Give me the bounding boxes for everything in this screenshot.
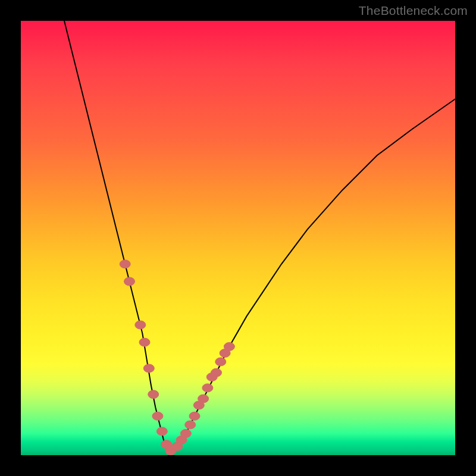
marker-dot xyxy=(189,412,200,420)
curve-right-branch xyxy=(168,99,455,453)
marker-dot xyxy=(224,343,234,351)
curve-left-branch xyxy=(64,21,168,453)
marker-dot xyxy=(198,394,209,403)
marker-dot xyxy=(143,364,154,372)
marker-dot xyxy=(148,390,159,399)
marker-dot xyxy=(124,277,135,286)
curve-layer xyxy=(21,21,455,455)
watermark-text: TheBottleneck.com xyxy=(359,4,468,18)
marker-dot xyxy=(202,384,213,392)
marker-dot xyxy=(120,260,130,268)
marker-dot xyxy=(180,430,191,438)
marker-dot xyxy=(139,338,150,346)
marker-dot xyxy=(215,358,226,366)
chart-frame: TheBottleneck.com xyxy=(0,0,476,476)
marker-group xyxy=(120,260,234,455)
marker-dot xyxy=(156,427,167,436)
marker-dot xyxy=(211,368,222,377)
marker-dot xyxy=(152,412,163,420)
marker-dot xyxy=(185,421,196,429)
marker-dot xyxy=(135,321,146,329)
